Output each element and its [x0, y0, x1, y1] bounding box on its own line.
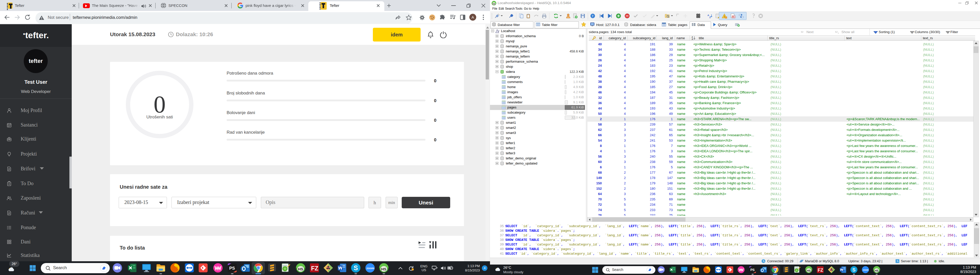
- svg-text:zoom: zoom: [366, 266, 374, 270]
- svg-text:!: !: [724, 15, 725, 18]
- svg-text:A: A: [708, 14, 709, 17]
- svg-text:zoom: zoom: [863, 269, 869, 271]
- svg-text:HS: HS: [875, 269, 879, 272]
- svg-text:FZ: FZ: [311, 265, 318, 272]
- svg-text:S: S: [354, 264, 358, 272]
- svg-text:HS: HS: [807, 269, 811, 272]
- svg-text:PS: PS: [229, 266, 235, 271]
- svg-text:FZ: FZ: [818, 268, 823, 273]
- svg-text:S: S: [853, 267, 856, 272]
- svg-text:HS: HS: [381, 267, 387, 271]
- svg-text:HS: HS: [298, 267, 303, 271]
- svg-text:A: A: [692, 38, 693, 40]
- svg-text:HS: HS: [493, 3, 495, 5]
- svg-text:PS: PS: [750, 268, 755, 272]
- svg-text:Z: Z: [709, 16, 711, 19]
- svg-text:?: ?: [592, 14, 593, 18]
- svg-text:0x: 0x: [732, 16, 735, 18]
